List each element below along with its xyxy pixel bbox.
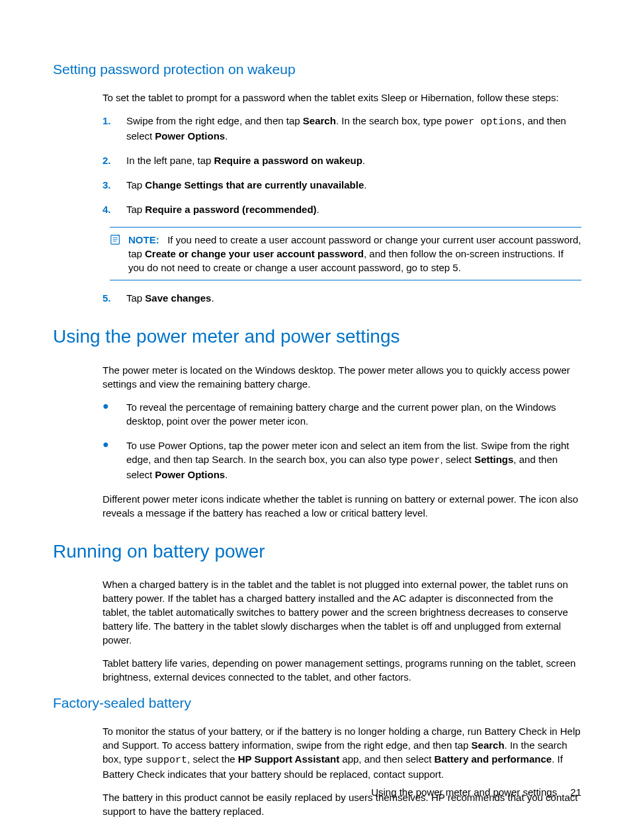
heading-power-meter: Using the power meter and power settings xyxy=(53,323,581,349)
step-4: 4. Tap Require a password (recommended). xyxy=(103,202,581,216)
text: , select the xyxy=(187,753,238,765)
text: . xyxy=(317,204,319,215)
footer-text: Using the power meter and power settings xyxy=(371,786,557,798)
page-number: 21 xyxy=(570,786,581,798)
step-content: Tap Change Settings that are currently u… xyxy=(126,178,581,192)
bullet-2: ● To use Power Options, tap the power me… xyxy=(103,439,581,482)
text: app, and then select xyxy=(339,753,434,765)
heading-factory-sealed: Factory-sealed battery xyxy=(53,693,581,712)
step-number: 2. xyxy=(103,153,126,167)
page-footer: Using the power meter and power settings… xyxy=(53,785,581,799)
intro-text: The power meter is located on the Window… xyxy=(103,363,581,391)
svg-rect-0 xyxy=(111,235,120,245)
intro-text: To set the tablet to prompt for a passwo… xyxy=(103,91,581,105)
text: . xyxy=(364,179,366,190)
step-3: 3. Tap Change Settings that are currentl… xyxy=(103,178,581,192)
mono-support: support xyxy=(146,755,187,766)
bullet-content: To reveal the percentage of remaining ba… xyxy=(126,400,581,428)
text: Tap xyxy=(126,204,145,215)
bold-search: Search xyxy=(472,739,505,751)
note-content: NOTE: If you need to create a user accou… xyxy=(128,233,581,274)
text: . xyxy=(362,155,365,166)
text: Swipe from the right edge, and then tap xyxy=(126,115,303,126)
text: In the left pane, tap xyxy=(126,155,214,166)
heading-password-protection: Setting password protection on wakeup xyxy=(53,60,581,79)
bold-hp-support-assistant: HP Support Assistant xyxy=(238,753,339,765)
bullet-icon: ● xyxy=(103,400,126,412)
bold-search: Search xyxy=(303,115,336,126)
mono-power-options: power options xyxy=(444,116,522,128)
bullet-content: To use Power Options, tap the power mete… xyxy=(126,439,581,482)
text: Tap xyxy=(126,292,145,304)
text: . xyxy=(225,469,228,480)
note-label: NOTE: xyxy=(128,234,159,245)
step-number: 4. xyxy=(103,202,126,216)
step-content: Tap Save changes. xyxy=(126,291,581,305)
step-content: Swipe from the right edge, and then tap … xyxy=(126,114,581,143)
bold-save-changes: Save changes xyxy=(145,292,211,304)
paragraph: To monitor the status of your battery, o… xyxy=(103,724,581,781)
paragraph: Tablet battery life varies, depending on… xyxy=(103,656,581,684)
bullet-icon: ● xyxy=(103,439,126,450)
bold-power-options: Power Options xyxy=(155,130,225,142)
bold-settings: Settings xyxy=(474,454,513,465)
paragraph: When a charged battery is in the tablet … xyxy=(103,577,581,647)
bold-battery-performance: Battery and performance xyxy=(435,753,552,765)
step-1: 1. Swipe from the right edge, and then t… xyxy=(103,114,581,143)
closing-text: Different power meter icons indicate whe… xyxy=(103,492,581,520)
bullet-1: ● To reveal the percentage of remaining … xyxy=(103,400,581,428)
bold-change-settings: Change Settings that are currently unava… xyxy=(145,179,364,190)
mono-power: power xyxy=(410,455,440,466)
step-number: 5. xyxy=(103,291,126,305)
step-5: 5. Tap Save changes. xyxy=(103,291,581,305)
bold-create-password: Create or change your user account passw… xyxy=(145,248,364,259)
text: . xyxy=(211,292,214,304)
text xyxy=(162,234,167,245)
step-content: In the left pane, tap Require a password… xyxy=(126,153,581,167)
heading-battery-power: Running on battery power xyxy=(53,538,581,564)
step-2: 2. In the left pane, tap Require a passw… xyxy=(103,153,581,167)
text: , select xyxy=(440,454,474,465)
note-icon xyxy=(110,233,124,249)
text: . In the search box, type xyxy=(336,115,444,126)
note-box: NOTE: If you need to create a user accou… xyxy=(110,227,581,280)
step-number: 3. xyxy=(103,178,126,192)
bold-require-recommended: Require a password (recommended) xyxy=(145,204,316,215)
bold-require-password: Require a password on wakeup xyxy=(214,155,362,166)
text: . xyxy=(225,130,228,142)
bold-power-options: Power Options xyxy=(155,469,225,480)
step-number: 1. xyxy=(103,114,126,128)
step-content: Tap Require a password (recommended). xyxy=(126,202,581,216)
text: Tap xyxy=(126,179,145,190)
